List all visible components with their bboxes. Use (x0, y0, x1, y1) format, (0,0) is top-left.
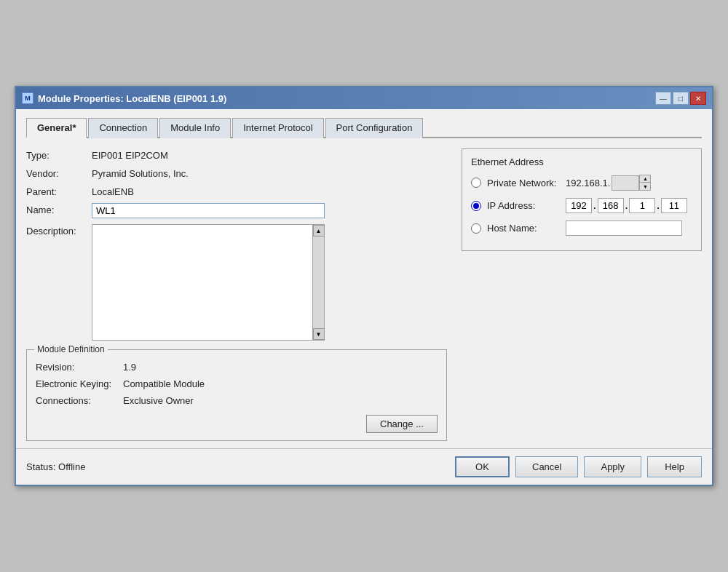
private-input-wrap: 192.168.1. ▲ ▼ (566, 175, 651, 191)
ip-address-row: IP Address: . . . (471, 198, 692, 213)
tab-internet-protocol[interactable]: Internet Protocol (232, 118, 323, 138)
type-label: Type: (26, 148, 92, 161)
spin-up-btn[interactable]: ▲ (640, 175, 650, 183)
change-button[interactable]: Change ... (366, 415, 438, 433)
module-definition-content: Revision: 1.9 Electronic Keying: Compati… (36, 362, 438, 433)
ip-segment-4[interactable] (661, 198, 687, 213)
close-button[interactable]: ✕ (690, 92, 706, 105)
bottom-bar: Status: Offline OK Cancel Apply Help (16, 448, 712, 485)
host-name-input[interactable] (566, 221, 682, 236)
revision-label: Revision: (36, 362, 123, 373)
parent-value: LocalENB (92, 185, 134, 197)
connections-row: Connections: Exclusive Owner (36, 395, 438, 406)
ethernet-address-title: Ethernet Address (471, 156, 692, 167)
type-value: EIP001 EIP2COM (92, 148, 168, 161)
name-row: Name: (26, 203, 447, 218)
electronic-keying-row: Electronic Keying: Compatible Module (36, 378, 438, 389)
description-label: Description: (26, 224, 92, 237)
ip-input-group: . . . (566, 198, 687, 213)
scroll-track (313, 237, 324, 328)
ip-address-label: IP Address: (487, 200, 560, 211)
ip-dot-3: . (657, 200, 660, 211)
description-area: ▲ ▼ (92, 224, 325, 341)
ok-button[interactable]: OK (455, 456, 510, 477)
ip-address-radio[interactable] (471, 201, 481, 211)
left-panel: Type: EIP001 EIP2COM Vendor: Pyramid Sol… (26, 148, 447, 441)
description-input[interactable] (92, 225, 312, 340)
ip-segment-3[interactable] (629, 198, 655, 213)
module-definition-title: Module Definition (34, 344, 108, 354)
parent-row: Parent: LocalENB (26, 185, 447, 197)
help-button[interactable]: Help (647, 456, 702, 477)
change-btn-wrap: Change ... (36, 415, 438, 433)
title-buttons: — □ ✕ (655, 92, 706, 105)
private-prefix: 192.168.1. (566, 178, 610, 188)
ip-dot-2: . (625, 200, 628, 211)
scroll-up-btn[interactable]: ▲ (313, 225, 325, 237)
apply-button[interactable]: Apply (584, 456, 641, 477)
module-definition-box: Module Definition Revision: 1.9 Electron… (26, 349, 447, 441)
status-label: Status: (26, 461, 55, 472)
ethernet-address-group: Ethernet Address Private Network: 192.16… (462, 148, 702, 251)
spin-down-btn[interactable]: ▼ (640, 183, 650, 190)
host-name-row: Host Name: (471, 221, 692, 236)
parent-label: Parent: (26, 185, 92, 197)
private-network-spinner: ▲ ▼ (639, 175, 651, 191)
bottom-buttons: OK Cancel Apply Help (455, 456, 702, 477)
window-icon: M (22, 92, 33, 104)
main-area: Type: EIP001 EIP2COM Vendor: Pyramid Sol… (26, 148, 702, 441)
host-name-radio[interactable] (471, 223, 481, 234)
type-row: Type: EIP001 EIP2COM (26, 148, 447, 161)
right-panel: Ethernet Address Private Network: 192.16… (462, 148, 702, 441)
connections-value: Exclusive Owner (123, 395, 194, 406)
ip-dot-1: . (593, 200, 596, 211)
tab-general[interactable]: General* (26, 118, 87, 138)
electronic-keying-label: Electronic Keying: (36, 378, 123, 389)
window-title: Module Properties: LocalENB (EIP001 1.9) (38, 93, 226, 104)
radio-dot (473, 203, 479, 209)
private-network-radio[interactable] (471, 178, 481, 188)
description-row: Description: ▲ ▼ (26, 224, 447, 341)
window-content: General* Connection Module Info Internet… (16, 109, 712, 448)
host-name-label: Host Name: (487, 223, 560, 234)
maximize-button[interactable]: □ (673, 92, 689, 105)
private-network-row: Private Network: 192.168.1. ▲ ▼ (471, 175, 692, 191)
module-properties-window: M Module Properties: LocalENB (EIP001 1.… (15, 86, 713, 486)
status-value: Offline (58, 461, 85, 472)
title-bar-left: M Module Properties: LocalENB (EIP001 1.… (22, 92, 226, 104)
status-text: Status: Offline (26, 461, 85, 472)
revision-value: 1.9 (123, 362, 136, 373)
electronic-keying-value: Compatible Module (123, 378, 205, 389)
scroll-down-btn[interactable]: ▼ (313, 328, 325, 340)
revision-row: Revision: 1.9 (36, 362, 438, 373)
title-bar: M Module Properties: LocalENB (EIP001 1.… (16, 87, 712, 109)
name-input[interactable] (92, 203, 325, 218)
ip-segment-2[interactable] (598, 198, 624, 213)
cancel-button[interactable]: Cancel (515, 456, 578, 477)
tab-module-info[interactable]: Module Info (159, 118, 231, 138)
private-network-label: Private Network: (487, 178, 560, 188)
tab-connection[interactable]: Connection (88, 118, 158, 138)
vendor-label: Vendor: (26, 167, 92, 179)
connections-label: Connections: (36, 395, 123, 406)
tab-port-configuration[interactable]: Port Configuration (325, 118, 424, 138)
minimize-button[interactable]: — (655, 92, 671, 105)
description-scrollbar[interactable]: ▲ ▼ (312, 225, 324, 340)
vendor-value: Pyramid Solutions, Inc. (92, 167, 189, 179)
private-network-input[interactable] (612, 175, 639, 191)
tab-bar: General* Connection Module Info Internet… (26, 116, 702, 138)
ip-segment-1[interactable] (566, 198, 592, 213)
vendor-row: Vendor: Pyramid Solutions, Inc. (26, 167, 447, 179)
name-label: Name: (26, 203, 92, 215)
